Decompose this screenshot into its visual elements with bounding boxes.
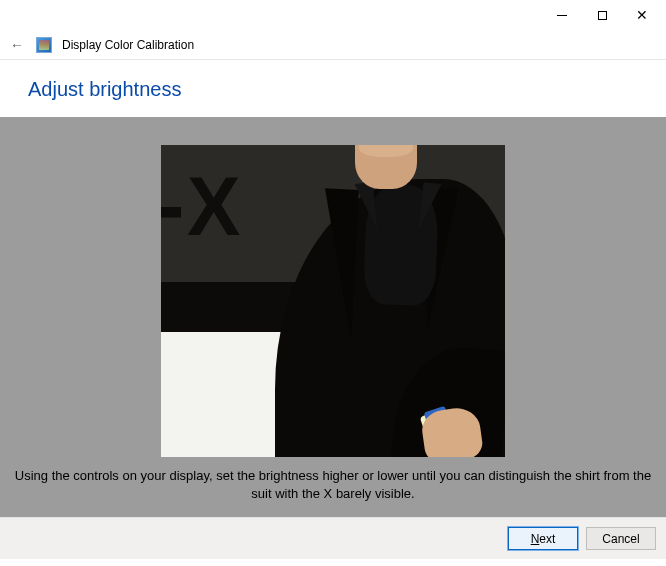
close-icon: ✕ bbox=[636, 8, 648, 22]
minimize-icon bbox=[557, 15, 567, 16]
minimize-button[interactable] bbox=[542, 1, 582, 29]
footer-bar: Next Cancel bbox=[0, 517, 666, 559]
maximize-icon bbox=[598, 11, 607, 20]
instruction-text: Using the controls on your display, set … bbox=[0, 457, 666, 502]
header-bar: ← Display Color Calibration bbox=[0, 30, 666, 60]
cancel-button[interactable]: Cancel bbox=[586, 527, 656, 550]
back-arrow-icon[interactable]: ← bbox=[8, 37, 26, 53]
app-icon bbox=[36, 37, 52, 53]
content-area: X Using the controls on your display, se… bbox=[0, 117, 666, 517]
next-button[interactable]: Next bbox=[508, 527, 578, 550]
app-title: Display Color Calibration bbox=[62, 38, 194, 52]
calibration-reference-image: X bbox=[161, 145, 505, 457]
close-button[interactable]: ✕ bbox=[622, 1, 662, 29]
maximize-button[interactable] bbox=[582, 1, 622, 29]
window-titlebar: ✕ bbox=[0, 0, 666, 30]
page-heading: Adjust brightness bbox=[0, 60, 666, 117]
